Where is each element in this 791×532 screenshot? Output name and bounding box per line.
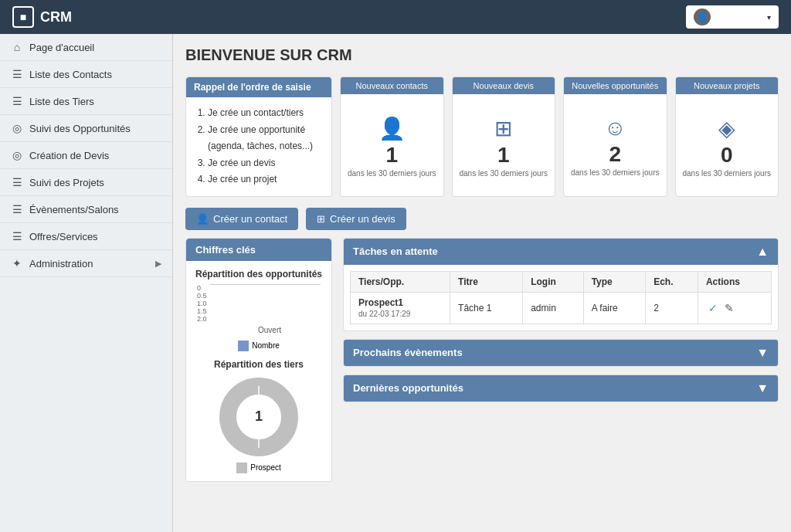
donut-section: Répartition des tiers 1 Prospect <box>194 359 324 473</box>
sidebar-item-opportunites[interactable]: ◎ Suivi des Opportunités <box>0 115 172 142</box>
user-avatar: 👤 <box>694 8 711 25</box>
sidebar-item-label: Liste des Tiers <box>29 96 161 107</box>
tiers-icon: ☰ <box>11 95 23 107</box>
chiffres-body: Répartition des opportunités 2.0 1.5 1.0… <box>186 261 331 481</box>
svg-text:1: 1 <box>255 408 263 424</box>
sidebar-item-accueil[interactable]: ⌂ Page d'accueil <box>0 34 172 61</box>
sidebar-item-label: Suivi des Projets <box>29 177 161 188</box>
sidebar-item-label: Offres/Services <box>29 231 161 242</box>
sidebar-item-label: Évènements/Salons <box>29 204 161 215</box>
edit-action-button[interactable]: ✎ <box>722 301 736 315</box>
middle-row: Chiffres clés Répartition des opportunit… <box>185 238 779 482</box>
rappel-step-1: Je crée un contact/tiers <box>208 105 322 122</box>
tiers-date: du 22-03 17:29 <box>358 310 410 318</box>
sidebar-item-devis[interactable]: ◎ Création de Devis <box>0 142 172 169</box>
stat-sub-devis: dans les 30 derniers jours <box>459 169 548 178</box>
donut-title: Répartition des tiers <box>194 359 324 370</box>
sidebar-item-evenements[interactable]: ☰ Évènements/Salons <box>0 196 172 223</box>
taches-section: Tâches en attente ▲ Tiers/Opp. Titre Log… <box>343 238 779 331</box>
devis-btn-icon: ⊞ <box>317 213 325 225</box>
bars-container <box>210 284 321 285</box>
stat-header-devis: Nouveaux devis <box>453 77 555 94</box>
stat-sub-opportunites: dans les 30 derniers jours <box>571 168 660 177</box>
topnav: ■ CRM 👤 ▾ <box>0 0 791 34</box>
admin-icon: ✦ <box>11 257 23 269</box>
sidebar-item-admin[interactable]: ✦ Administration ▶ <box>0 250 172 277</box>
devis-stat-icon: ⊞ <box>494 116 512 141</box>
dernieres-header[interactable]: Dernières opportunités ▼ <box>344 375 778 402</box>
sidebar-item-offres[interactable]: ☰ Offres/Services <box>0 223 172 250</box>
devis-btn-label: Créer un devis <box>330 213 396 225</box>
donut-chart-svg: 1 <box>216 374 301 459</box>
table-row: Prospect1 du 22-03 17:29 Tâche 1 admin A… <box>351 292 772 324</box>
col-actions: Actions <box>698 271 771 292</box>
sidebar-item-tiers[interactable]: ☰ Liste des Tiers <box>0 88 172 115</box>
cell-tiers: Prospect1 du 22-03 17:29 <box>351 292 450 324</box>
cell-actions: ✓ ✎ <box>698 292 771 324</box>
home-icon: ⌂ <box>11 41 23 53</box>
y-label: 0 <box>197 284 207 292</box>
contacts-stat-icon: 👤 <box>379 116 406 141</box>
y-label: 1.0 <box>197 300 207 307</box>
stat-sub-contacts: dans les 30 derniers jours <box>348 169 436 178</box>
stat-card-contacts: Nouveaux contacts 👤 1 dans les 30 dernie… <box>340 76 444 197</box>
stat-number-projets: 0 <box>721 144 733 166</box>
user-menu[interactable]: 👤 ▾ <box>686 5 779 29</box>
app-title: CRM <box>40 9 72 25</box>
contact-btn-label: Créer un contact <box>213 213 287 225</box>
stat-number-devis: 1 <box>497 144 510 166</box>
app-logo: ■ CRM <box>12 6 72 28</box>
sidebar-item-label: Page d'accueil <box>29 42 161 53</box>
opportunites-icon: ◎ <box>11 122 23 134</box>
chiffres-card: Chiffres clés Répartition des opportunit… <box>185 238 332 482</box>
y-label: 2.0 <box>197 315 207 323</box>
legend-label: Nombre <box>252 341 280 350</box>
taches-header[interactable]: Tâches en attente ▲ <box>344 239 778 265</box>
bar-label-ouvert: Ouvert <box>216 326 324 334</box>
left-panel: Chiffres clés Répartition des opportunit… <box>185 238 332 482</box>
cell-type: A faire <box>583 292 645 324</box>
creer-devis-button[interactable]: ⊞ Créer un devis <box>306 208 406 230</box>
stat-header-projets: Nouveaux projets <box>676 77 779 94</box>
stat-inner-contacts: 👤 1 dans les 30 derniers jours <box>341 94 443 196</box>
dernieres-toggle-icon: ▼ <box>756 381 769 395</box>
check-action-button[interactable]: ✓ <box>706 301 720 315</box>
devis-icon: ◎ <box>11 149 23 161</box>
sidebar-item-label: Administration <box>29 258 149 269</box>
contact-btn-icon: 👤 <box>196 213 209 225</box>
stat-inner-projets: ◈ 0 dans les 30 derniers jours <box>676 94 779 196</box>
creer-contact-button[interactable]: 👤 Créer un contact <box>185 208 298 230</box>
cell-titre: Tâche 1 <box>450 292 523 324</box>
stat-inner-devis: ⊞ 1 dans les 30 derniers jours <box>453 94 555 196</box>
y-label: 1.5 <box>197 307 207 315</box>
main-content: BIENVENUE SUR CRM Rappel de l'ordre de s… <box>173 34 791 532</box>
col-type: Type <box>583 271 645 292</box>
col-titre: Titre <box>450 271 523 292</box>
prochains-section: Prochains évènements ▼ <box>343 339 779 367</box>
opportunites-stat-icon: ☺ <box>604 116 626 141</box>
taches-table: Tiers/Opp. Titre Login Type Ech. Actions <box>350 271 772 324</box>
sidebar-item-contacts[interactable]: ☰ Liste des Contacts <box>0 61 172 88</box>
stat-sub-projets: dans les 30 derniers jours <box>682 169 771 178</box>
sidebar-item-label: Liste des Contacts <box>29 69 161 80</box>
sidebar-item-projets[interactable]: ☰ Suivi des Projets <box>0 169 172 196</box>
bar-chart-title: Répartition des opportunités <box>194 269 324 280</box>
col-login: Login <box>523 271 584 292</box>
rappel-body: Je crée un contact/tiers Je crée une opp… <box>186 97 331 196</box>
stat-card-projets: Nouveaux projets ◈ 0 dans les 30 dernier… <box>675 76 779 197</box>
rappel-step-4: Je crée un projet <box>208 171 322 188</box>
stat-header-contacts: Nouveaux contacts <box>341 77 443 94</box>
sidebar-item-label: Création de Devis <box>29 150 161 161</box>
stat-card-opportunites: Nouvelles opportunités ☺ 2 dans les 30 d… <box>563 76 667 197</box>
stat-number-opportunites: 2 <box>609 144 621 165</box>
prochains-header-label: Prochains évènements <box>353 347 463 358</box>
col-tiers: Tiers/Opp. <box>351 271 450 292</box>
chevron-right-icon: ▶ <box>155 259 161 269</box>
prochains-toggle-icon: ▼ <box>756 346 769 360</box>
rappel-step-3: Je crée un devis <box>208 155 322 172</box>
col-ech: Ech. <box>646 271 698 292</box>
main-layout: ⌂ Page d'accueil ☰ Liste des Contacts ☰ … <box>0 34 791 532</box>
user-dropdown-arrow: ▾ <box>767 13 771 22</box>
prochains-header[interactable]: Prochains évènements ▼ <box>344 340 778 366</box>
dernieres-header-label: Dernières opportunités <box>353 382 463 394</box>
